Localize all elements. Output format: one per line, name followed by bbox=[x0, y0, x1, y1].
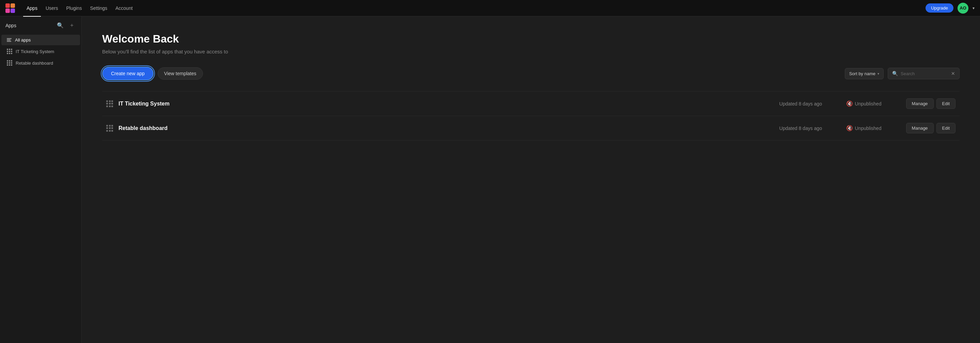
nav-apps[interactable]: Apps bbox=[23, 4, 41, 12]
app-status: 🔇 Unpublished bbox=[846, 125, 900, 131]
unpublished-icon: 🔇 bbox=[846, 125, 853, 131]
sidebar-search-button[interactable]: 🔍 bbox=[56, 21, 65, 30]
app-updated: Updated 8 days ago bbox=[780, 125, 841, 131]
status-badge: Unpublished bbox=[855, 125, 881, 131]
grid-icon-it bbox=[7, 49, 12, 54]
welcome-subtitle: Below you'll find the list of apps that … bbox=[102, 49, 959, 54]
sort-chevron-icon: ▾ bbox=[878, 72, 879, 76]
window-icon bbox=[7, 38, 11, 42]
upgrade-button[interactable]: Upgrade bbox=[926, 3, 953, 13]
table-row: Retable dashboard Updated 8 days ago 🔇 U… bbox=[102, 116, 959, 141]
app-name[interactable]: Retable dashboard bbox=[118, 125, 774, 131]
nav-right: Upgrade AO ▾ bbox=[926, 3, 975, 14]
app-grid-icon bbox=[106, 125, 113, 132]
search-input[interactable] bbox=[900, 71, 948, 76]
app-actions: Manage Edit bbox=[906, 98, 956, 109]
layout: Apps 🔍 ＋ All apps bbox=[0, 16, 980, 343]
nav-users[interactable]: Users bbox=[42, 4, 62, 12]
manage-button[interactable]: Manage bbox=[906, 123, 934, 133]
sort-label: Sort by name bbox=[849, 71, 875, 76]
logo-squares bbox=[5, 3, 15, 13]
search-clear-icon[interactable]: ✕ bbox=[951, 71, 955, 76]
create-new-app-button[interactable]: Create new app bbox=[102, 67, 154, 80]
nav-account[interactable]: Account bbox=[112, 4, 136, 12]
edit-button[interactable]: Edit bbox=[936, 123, 956, 133]
sidebar-item-retable-label: Retable dashboard bbox=[16, 60, 53, 66]
sidebar-item-all-apps[interactable]: All apps bbox=[2, 35, 80, 45]
app-grid-icon bbox=[106, 100, 113, 107]
logo-sq-pink bbox=[5, 8, 10, 13]
table-row: IT Ticketing System Updated 8 days ago 🔇… bbox=[102, 91, 959, 116]
app-name[interactable]: IT Ticketing System bbox=[118, 101, 774, 107]
topnav: Apps Users Plugins Settings Account Upgr… bbox=[0, 0, 980, 16]
sort-dropdown[interactable]: Sort by name ▾ bbox=[845, 68, 884, 79]
sidebar-item-it-ticketing-label: IT Ticketing System bbox=[16, 49, 54, 54]
chevron-down-icon[interactable]: ▾ bbox=[972, 6, 975, 11]
search-icon: 🔍 bbox=[892, 71, 898, 76]
manage-button[interactable]: Manage bbox=[906, 98, 934, 109]
search-box: 🔍 ✕ bbox=[888, 68, 959, 79]
welcome-title: Welcome Back bbox=[102, 33, 959, 45]
sidebar-title: Apps bbox=[5, 23, 16, 28]
logo-sq-orange bbox=[11, 3, 15, 8]
avatar[interactable]: AO bbox=[958, 3, 969, 14]
app-actions: Manage Edit bbox=[906, 123, 956, 133]
nav-links: Apps Users Plugins Settings Account bbox=[23, 4, 926, 12]
main-content: Welcome Back Below you'll find the list … bbox=[82, 16, 980, 343]
logo bbox=[5, 3, 15, 13]
nav-settings[interactable]: Settings bbox=[86, 4, 111, 12]
sidebar-item-it-ticketing[interactable]: IT Ticketing System bbox=[2, 46, 80, 57]
unpublished-icon: 🔇 bbox=[846, 100, 853, 107]
app-list: IT Ticketing System Updated 8 days ago 🔇… bbox=[102, 91, 959, 141]
sidebar-item-all-apps-label: All apps bbox=[15, 37, 31, 43]
logo-sq-red bbox=[5, 3, 10, 8]
edit-button[interactable]: Edit bbox=[936, 98, 956, 109]
app-updated: Updated 8 days ago bbox=[780, 101, 841, 106]
sidebar-item-retable[interactable]: Retable dashboard bbox=[2, 57, 80, 68]
toolbar: Create new app View templates Sort by na… bbox=[102, 67, 959, 80]
status-badge: Unpublished bbox=[855, 101, 881, 106]
sidebar-add-button[interactable]: ＋ bbox=[68, 21, 76, 30]
logo-sq-purple bbox=[11, 8, 15, 13]
nav-plugins[interactable]: Plugins bbox=[63, 4, 85, 12]
sidebar-icons: 🔍 ＋ bbox=[56, 21, 76, 30]
grid-icon-retable bbox=[7, 60, 12, 66]
app-status: 🔇 Unpublished bbox=[846, 100, 900, 107]
sidebar: Apps 🔍 ＋ All apps bbox=[0, 16, 82, 343]
view-templates-button[interactable]: View templates bbox=[158, 67, 203, 79]
sidebar-header: Apps 🔍 ＋ bbox=[0, 16, 81, 34]
